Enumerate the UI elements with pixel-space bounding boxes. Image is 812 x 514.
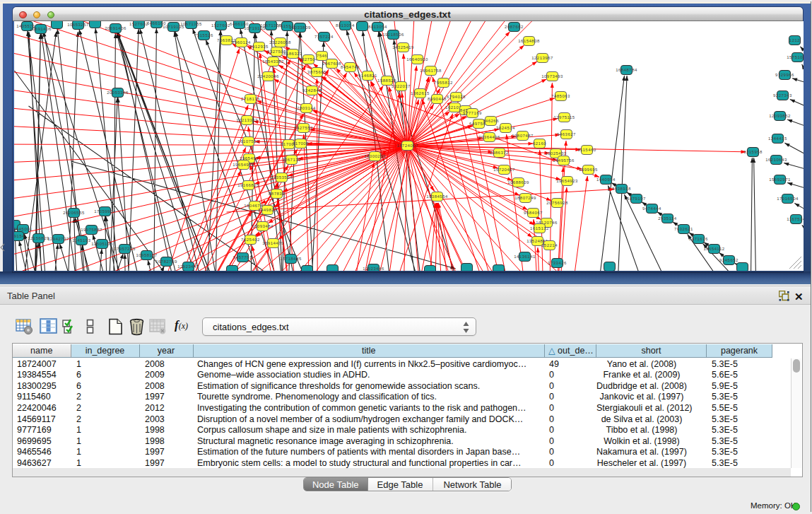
svg-text:887834: 887834 bbox=[268, 192, 284, 196]
svg-text:7357224: 7357224 bbox=[314, 35, 334, 39]
svg-text:16107552: 16107552 bbox=[237, 139, 259, 144]
svg-text:9146821: 9146821 bbox=[358, 74, 377, 78]
svg-text:7546: 7546 bbox=[316, 54, 327, 58]
svg-text:6879197: 6879197 bbox=[627, 197, 646, 201]
svg-text:12156829: 12156829 bbox=[28, 236, 49, 240]
svg-text:1167534: 1167534 bbox=[787, 217, 804, 221]
svg-text:7485063: 7485063 bbox=[551, 94, 570, 98]
svg-text:16543382: 16543382 bbox=[262, 59, 284, 64]
svg-text:19654923: 19654923 bbox=[556, 179, 578, 183]
svg-text:746266: 746266 bbox=[482, 119, 498, 123]
svg-text:8813054: 8813054 bbox=[336, 23, 355, 28]
svg-text:12942737: 12942737 bbox=[47, 237, 69, 241]
svg-text:16210643: 16210643 bbox=[765, 158, 787, 162]
svg-text:3215958: 3215958 bbox=[743, 150, 763, 154]
svg-text:7632621: 7632621 bbox=[674, 227, 693, 231]
svg-text:10958117: 10958117 bbox=[136, 253, 157, 257]
svg-text:16848784: 16848784 bbox=[616, 68, 637, 72]
svg-text:7515526: 7515526 bbox=[194, 33, 213, 37]
svg-text:16961758: 16961758 bbox=[420, 69, 442, 73]
svg-text:8990448: 8990448 bbox=[428, 97, 447, 101]
svg-text:10807487: 10807487 bbox=[512, 134, 534, 138]
svg-text:7955812: 7955812 bbox=[434, 81, 453, 85]
svg-text:16093484: 16093484 bbox=[252, 224, 273, 228]
svg-text:20364436: 20364436 bbox=[478, 135, 500, 139]
svg-text:8912935: 8912935 bbox=[249, 45, 269, 49]
svg-text:9699695: 9699695 bbox=[579, 168, 598, 172]
svg-text:12093852: 12093852 bbox=[769, 114, 791, 118]
svg-text:10688609: 10688609 bbox=[507, 180, 529, 185]
svg-text:1212: 1212 bbox=[789, 38, 800, 42]
svg-text:10671355: 10671355 bbox=[180, 22, 202, 26]
svg-text:10654112: 10654112 bbox=[703, 247, 724, 251]
svg-text:12213967: 12213967 bbox=[531, 56, 553, 60]
svg-text:19218506: 19218506 bbox=[382, 33, 404, 37]
svg-text:17957275: 17957275 bbox=[114, 247, 136, 251]
svg-text:3267130: 3267130 bbox=[282, 158, 301, 162]
svg-text:9457791: 9457791 bbox=[233, 255, 252, 259]
svg-text:252214: 252214 bbox=[541, 243, 557, 247]
svg-text:12975115: 12975115 bbox=[553, 115, 575, 119]
svg-text:2986372: 2986372 bbox=[490, 151, 509, 155]
svg-text:1527602: 1527602 bbox=[211, 23, 230, 28]
svg-text:2087682: 2087682 bbox=[505, 25, 524, 29]
svg-text:9684067: 9684067 bbox=[524, 211, 543, 215]
svg-text:8427552: 8427552 bbox=[294, 126, 313, 130]
svg-text:15751074: 15751074 bbox=[787, 55, 804, 59]
svg-text:5322037: 5322037 bbox=[392, 84, 411, 88]
svg-text:19166825: 19166825 bbox=[237, 183, 259, 187]
svg-text:18724007: 18724007 bbox=[396, 144, 418, 148]
svg-text:12923445: 12923445 bbox=[177, 264, 199, 269]
svg-text:1449822: 1449822 bbox=[258, 208, 277, 212]
svg-text:16033809: 16033809 bbox=[289, 25, 311, 30]
svg-text:8454749: 8454749 bbox=[341, 65, 360, 69]
svg-text:3875685: 3875685 bbox=[307, 70, 326, 74]
svg-text:7625402: 7625402 bbox=[241, 238, 260, 242]
svg-text:20691406: 20691406 bbox=[105, 26, 126, 30]
svg-text:10653257: 10653257 bbox=[67, 23, 89, 27]
svg-text:9329966: 9329966 bbox=[775, 73, 794, 77]
svg-text:18807249: 18807249 bbox=[514, 196, 536, 200]
svg-text:14495756: 14495756 bbox=[553, 158, 575, 163]
svg-text:2803144: 2803144 bbox=[297, 106, 316, 110]
svg-text:1640954: 1640954 bbox=[596, 177, 616, 182]
svg-text:1145193: 1145193 bbox=[72, 238, 91, 243]
svg-text:19975887: 19975887 bbox=[81, 228, 102, 232]
svg-text:17016504: 17016504 bbox=[777, 197, 799, 201]
svg-text:17359924: 17359924 bbox=[94, 209, 116, 214]
svg-text:15718485: 15718485 bbox=[280, 257, 302, 261]
svg-text:6794028: 6794028 bbox=[447, 95, 466, 99]
svg-text:12213363: 12213363 bbox=[236, 118, 258, 122]
svg-text:20756928: 20756928 bbox=[546, 201, 568, 205]
svg-text:9777169: 9777169 bbox=[463, 111, 482, 115]
svg-text:3624514: 3624514 bbox=[496, 126, 515, 130]
svg-text:20206555: 20206555 bbox=[63, 211, 85, 215]
svg-text:2718176: 2718176 bbox=[241, 97, 260, 101]
svg-text:8813054: 8813054 bbox=[368, 25, 387, 29]
svg-text:1588520: 1588520 bbox=[377, 78, 396, 83]
svg-text:16782759: 16782759 bbox=[155, 259, 177, 264]
svg-text:22420046: 22420046 bbox=[257, 74, 279, 78]
svg-text:19654985: 19654985 bbox=[233, 163, 254, 167]
svg-text:1527602: 1527602 bbox=[129, 22, 148, 26]
svg-text:8938918: 8938918 bbox=[612, 187, 631, 191]
svg-text:16640910: 16640910 bbox=[406, 57, 428, 62]
svg-text:20053346: 20053346 bbox=[107, 90, 129, 95]
svg-text:1362615: 1362615 bbox=[411, 91, 430, 95]
svg-text:10025433: 10025433 bbox=[545, 151, 567, 156]
svg-text:23226058: 23226058 bbox=[269, 40, 291, 45]
svg-text:16914479: 16914479 bbox=[262, 241, 284, 245]
svg-text:8645001: 8645001 bbox=[14, 227, 33, 231]
svg-text:8186323: 8186323 bbox=[283, 52, 302, 56]
svg-text:8960124: 8960124 bbox=[232, 40, 251, 45]
svg-text:62160: 62160 bbox=[532, 141, 546, 146]
svg-text:12505135: 12505135 bbox=[91, 242, 113, 246]
svg-text:9242848: 9242848 bbox=[302, 88, 322, 93]
svg-text:18300295: 18300295 bbox=[364, 154, 386, 158]
svg-text:1244415: 1244415 bbox=[768, 136, 787, 141]
svg-text:12923446: 12923446 bbox=[363, 267, 384, 271]
svg-text:14353594: 14353594 bbox=[271, 175, 293, 180]
svg-text:2967608: 2967608 bbox=[322, 62, 341, 66]
svg-text:817006: 817006 bbox=[292, 141, 308, 146]
svg-text:14325419: 14325419 bbox=[392, 45, 414, 49]
